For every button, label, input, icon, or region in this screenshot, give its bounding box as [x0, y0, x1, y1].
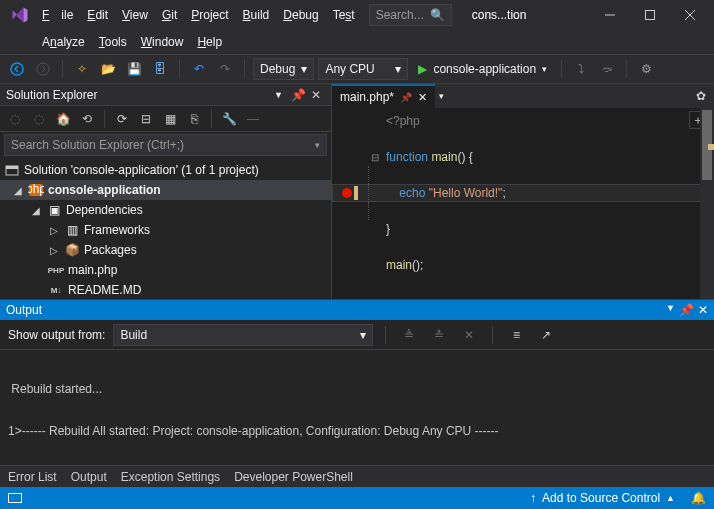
- svg-point-5: [37, 63, 49, 75]
- step-over-button[interactable]: ⤼: [596, 58, 618, 80]
- se-collapse-button[interactable]: ⊟: [135, 108, 157, 130]
- nav-back-button[interactable]: [6, 58, 28, 80]
- main-menu: File Edit View Git Project Build Debug T…: [36, 4, 361, 26]
- pin-tab-icon[interactable]: 📌: [400, 92, 412, 103]
- breakpoint-icon[interactable]: [342, 188, 352, 198]
- chevron-down-icon: ▾: [315, 140, 320, 150]
- undo-button[interactable]: ↶: [188, 58, 210, 80]
- pin-button[interactable]: 📌: [679, 303, 694, 317]
- menu-debug[interactable]: Debug: [277, 4, 324, 26]
- upload-icon: ↑: [530, 491, 536, 505]
- chevron-collapsed-icon[interactable]: ▷: [48, 225, 60, 236]
- marker-icon: [708, 144, 714, 150]
- dropdown-icon[interactable]: ▼: [274, 90, 283, 100]
- wrap-button[interactable]: ≡: [505, 324, 527, 346]
- editor-tab-mainphp[interactable]: main.php* 📌 ✕: [332, 84, 435, 108]
- output-panel: Output ▼ 📌 ✕ Show output from: Build▾ ≜ …: [0, 299, 714, 465]
- se-sync-button[interactable]: ⟲: [76, 108, 98, 130]
- se-properties-button[interactable]: 🔧: [218, 108, 240, 130]
- output-source-dropdown[interactable]: Build▾: [113, 324, 373, 346]
- close-tab-icon[interactable]: ✕: [418, 91, 427, 104]
- close-panel-button[interactable]: ✕: [698, 303, 708, 317]
- tree-packages[interactable]: ▷ 📦 Packages: [0, 240, 331, 260]
- code-area[interactable]: ＋ <?php ⊟function main() { echo "Hello W…: [332, 108, 714, 299]
- new-project-button[interactable]: ✧: [71, 58, 93, 80]
- tree-solution[interactable]: Solution 'console-application' (1 of 1 p…: [0, 160, 331, 180]
- tree-project[interactable]: ◢ php console-application: [0, 180, 331, 200]
- standard-toolbar: ✧ 📂 💾 🗄 ↶ ↷ Debug▾ Any CPU▾ ▶ console-ap…: [0, 54, 714, 84]
- menu-project[interactable]: Project: [185, 4, 234, 26]
- editor-settings-button[interactable]: ✿: [688, 89, 714, 103]
- nav-fwd-button[interactable]: [32, 58, 54, 80]
- dropdown-icon[interactable]: ▼: [666, 303, 675, 317]
- output-title: Output: [6, 303, 42, 317]
- tab-overflow-icon[interactable]: ▾: [439, 91, 444, 101]
- search-box[interactable]: Search... 🔍: [369, 4, 452, 26]
- tab-error-list[interactable]: Error List: [8, 470, 57, 484]
- chevron-expanded-icon[interactable]: ◢: [30, 205, 42, 216]
- menu-tools[interactable]: Tools: [93, 31, 133, 53]
- se-fwd-button[interactable]: ◌: [28, 108, 50, 130]
- play-icon: ▶: [418, 62, 427, 76]
- chevron-down-icon: ▾: [301, 62, 307, 76]
- menu-file[interactable]: File: [36, 4, 79, 26]
- minimize-button[interactable]: [590, 0, 630, 30]
- svg-point-4: [11, 63, 23, 75]
- next-message-button[interactable]: ≛: [428, 324, 450, 346]
- menu-test[interactable]: Test: [327, 4, 361, 26]
- menu-analyze[interactable]: Analyze: [36, 31, 91, 53]
- menu-view[interactable]: View: [116, 4, 154, 26]
- svg-text:php: php: [28, 183, 44, 196]
- open-button[interactable]: 📂: [97, 58, 119, 80]
- tab-output[interactable]: Output: [71, 470, 107, 484]
- tab-exception-settings[interactable]: Exception Settings: [121, 470, 220, 484]
- packages-icon: 📦: [64, 242, 80, 258]
- menu-help[interactable]: Help: [191, 31, 228, 53]
- fold-icon[interactable]: ⊟: [368, 152, 382, 163]
- output-text[interactable]: Rebuild started... 1>------ Rebuild All …: [0, 350, 714, 465]
- solution-explorer-search[interactable]: Search Solution Explorer (Ctrl+;) ▾: [4, 134, 327, 156]
- pin-button[interactable]: 📌: [289, 86, 307, 104]
- chevron-up-icon[interactable]: ▲: [666, 493, 675, 503]
- start-debug-button[interactable]: ▶ console-application ▾: [412, 58, 553, 80]
- se-refresh-button[interactable]: ⟳: [111, 108, 133, 130]
- solution-explorer-header: Solution Explorer ▼ 📌 ✕: [0, 84, 331, 106]
- menu-build[interactable]: Build: [237, 4, 276, 26]
- extensions-button[interactable]: ⚙: [635, 58, 657, 80]
- save-button[interactable]: 💾: [123, 58, 145, 80]
- se-back-button[interactable]: ◌: [4, 108, 26, 130]
- source-control-button[interactable]: Add to Source Control: [542, 491, 660, 505]
- prev-message-button[interactable]: ≜: [398, 324, 420, 346]
- vs-logo-icon: [8, 3, 32, 27]
- change-marker-icon: [354, 186, 358, 200]
- close-panel-button[interactable]: ✕: [307, 86, 325, 104]
- close-button[interactable]: [670, 0, 710, 30]
- se-showall-button[interactable]: ▦: [159, 108, 181, 130]
- se-copy-button[interactable]: ⎘: [183, 108, 205, 130]
- platform-dropdown[interactable]: Any CPU▾: [318, 58, 408, 80]
- menu-edit[interactable]: Edit: [81, 4, 114, 26]
- se-preview-button[interactable]: —: [242, 108, 264, 130]
- chevron-collapsed-icon[interactable]: ▷: [48, 245, 60, 256]
- maximize-button[interactable]: [630, 0, 670, 30]
- chevron-expanded-icon[interactable]: ◢: [12, 185, 24, 196]
- menu-git[interactable]: Git: [156, 4, 183, 26]
- se-home-button[interactable]: 🏠: [52, 108, 74, 130]
- editor-scrollbar[interactable]: [700, 108, 714, 299]
- notifications-icon[interactable]: 🔔: [691, 491, 706, 505]
- tree-dependencies[interactable]: ◢ ▣ Dependencies: [0, 200, 331, 220]
- solution-explorer-panel: Solution Explorer ▼ 📌 ✕ ◌ ◌ 🏠 ⟲ ⟳ ⊟ ▦ ⎘ …: [0, 84, 332, 299]
- clear-button[interactable]: ✕: [458, 324, 480, 346]
- goto-button[interactable]: ↗: [535, 324, 557, 346]
- step-into-button[interactable]: ⤵: [570, 58, 592, 80]
- save-all-button[interactable]: 🗄: [149, 58, 171, 80]
- tree-frameworks[interactable]: ▷ ▥ Frameworks: [0, 220, 331, 240]
- redo-button[interactable]: ↷: [214, 58, 236, 80]
- config-dropdown[interactable]: Debug▾: [253, 58, 314, 80]
- menu-window[interactable]: Window: [135, 31, 190, 53]
- frameworks-icon: ▥: [64, 222, 80, 238]
- tab-powershell[interactable]: Developer PowerShell: [234, 470, 353, 484]
- search-icon: 🔍: [430, 8, 445, 22]
- tree-file-mainphp[interactable]: PHP main.php: [0, 260, 331, 280]
- tree-file-readme[interactable]: M↓ README.MD: [0, 280, 331, 299]
